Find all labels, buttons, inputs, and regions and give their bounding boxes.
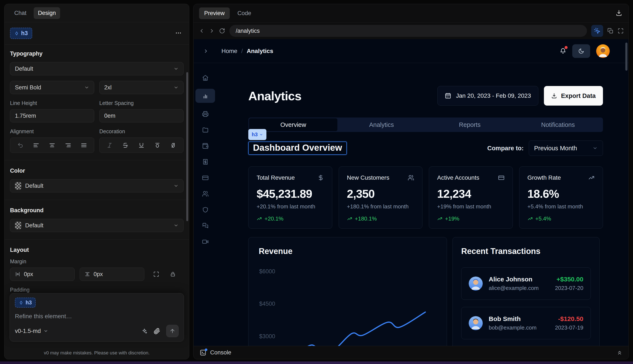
overline-button[interactable] [152,140,162,150]
transaction-row[interactable]: Alice Johnsonalice@example.com +$350.00 … [461,267,591,300]
italic-button[interactable] [105,140,114,150]
font-family-select[interactable]: Default [10,62,183,75]
attach-icon[interactable] [154,328,160,334]
chevron-right-icon [209,28,215,34]
background-select[interactable]: Default [10,219,183,232]
margin-y-icon [85,272,90,277]
sidebar-item-messages[interactable] [200,221,210,230]
theme-toggle-button[interactable] [572,44,590,58]
tab-analytics[interactable]: Analytics [337,118,426,131]
notifications-button[interactable] [560,48,566,54]
home-icon [202,74,209,81]
stat-trend: +19% [437,216,505,222]
v0-design-workspace: Chat Design h3 Typography Default Semi B… [0,0,633,364]
download-button[interactable] [615,10,622,17]
sidebar-item-video[interactable] [200,237,210,246]
tab-chat[interactable]: Chat [10,7,31,19]
line-height-input[interactable]: 1.75rem [10,109,94,122]
arrow-up-icon [169,328,175,334]
margin-y-input[interactable]: 0px [80,268,144,281]
url-input[interactable]: /analytics [229,25,587,37]
element-diamond-icon [19,300,24,305]
back-button[interactable] [199,28,204,34]
selected-element-badge[interactable]: h3 [10,28,32,39]
letter-spacing-input[interactable]: 0em [99,109,183,122]
stat-trend: +20.1% [257,216,324,222]
credit-card-icon [498,174,505,181]
console-icon [200,349,206,356]
composer-element-badge[interactable]: h3 [15,298,36,308]
refresh-button[interactable] [219,28,225,34]
align-right-button[interactable] [63,140,73,150]
transaction-row[interactable]: Bob Smithbob@example.com -$120.50 2023-0… [461,307,591,339]
strikethrough-button[interactable] [121,140,130,150]
ellipsis-icon [175,30,182,36]
margin-x-icon [15,272,21,277]
sidebar-item-home[interactable] [200,73,210,82]
margin-expand-button[interactable] [151,270,161,279]
sidebar-item-wallet[interactable] [200,141,210,151]
italic-icon [107,142,113,148]
underline-button[interactable] [136,140,146,150]
model-selector[interactable]: v0-1.5-md [15,328,48,334]
undo-button[interactable] [15,140,25,150]
download-icon [615,10,622,16]
font-weight-select[interactable]: Semi Bold [10,81,94,94]
tab-code[interactable]: Code [232,8,256,19]
align-justify-button[interactable] [79,140,89,150]
fullscreen-button[interactable] [618,28,624,34]
export-data-button[interactable]: Export Data [544,86,603,106]
sidebar-item-printer[interactable] [200,109,210,119]
refine-input[interactable]: Refine this element… [15,313,179,320]
sparkles-icon[interactable] [141,328,148,334]
sidebar-item-shield[interactable] [200,205,210,214]
send-button[interactable] [166,325,179,337]
stat-value: 18.6% [528,187,595,200]
stats-row: Total Revenue $45,231.89 +20.1% from las… [248,166,603,228]
breadcrumb: Home / Analytics [222,48,273,54]
element-menu-button[interactable] [174,29,183,38]
forward-button[interactable] [209,28,215,34]
sidebar-toggle-button[interactable] [203,48,209,54]
align-center-button[interactable] [47,140,57,150]
chevron-down-icon [173,183,179,188]
transactions-card: Recent Transactions Alice Johnsonalice@e… [453,237,599,346]
margin-lock-button[interactable] [168,270,177,279]
tab-notifications[interactable]: Notifications [514,118,602,131]
color-select[interactable]: Default [10,179,183,192]
console-label[interactable]: Console [210,349,231,356]
compare-select[interactable]: Previous Month [529,140,603,156]
date-range-picker[interactable]: Jan 20, 2023 - Feb 09, 2023 [437,86,538,106]
tab-design[interactable]: Design [34,7,60,19]
page-title: Analytics [248,89,301,103]
font-size-select[interactable]: 2xl [99,81,183,94]
console-expand-button[interactable] [616,350,622,356]
chevron-down-icon [592,146,598,151]
tab-preview[interactable]: Preview [199,8,230,19]
stat-change: +180.1% from last month [347,203,414,210]
section-title-selected[interactable]: Dashboard Overview [248,142,347,155]
padding-label: Padding [10,287,183,293]
align-left-button[interactable] [31,140,41,150]
tab-reports[interactable]: Reports [426,118,514,131]
dashboard-tabs: OverviewAnalyticsReportsNotifications [248,118,603,132]
chevron-down-icon [84,85,89,90]
margin-x-input[interactable]: 0px [10,268,75,281]
none-button[interactable] [168,140,178,150]
stat-change: +5.4% from last month [528,203,595,210]
inspect-element-button[interactable] [591,25,603,37]
avatar [469,276,483,290]
copy-button[interactable] [607,28,613,34]
breadcrumb-home[interactable]: Home [222,48,238,54]
user-avatar[interactable] [596,44,610,58]
sidebar-item-users[interactable] [200,189,210,198]
trending-up-icon [257,216,262,222]
sidebar-item-folder[interactable] [200,125,210,135]
design-panel-scrollbar[interactable] [186,72,188,221]
avatar [469,316,483,330]
sidebar-item-receipt[interactable] [200,157,210,167]
sidebar-item-credit-card[interactable] [200,173,210,183]
margin-label: Margin [10,258,183,264]
sidebar-item-bar-chart[interactable] [195,89,215,103]
selected-element-chip[interactable]: h3 [248,129,266,140]
